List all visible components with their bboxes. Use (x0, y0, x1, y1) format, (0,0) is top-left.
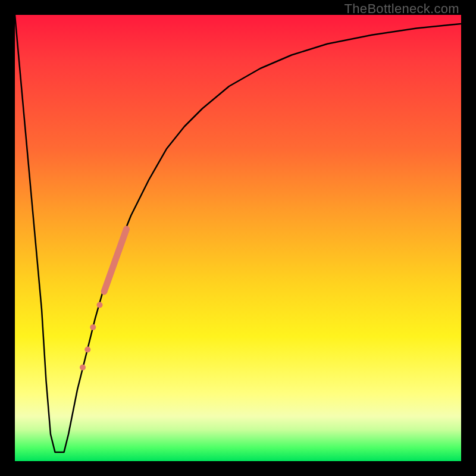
bottleneck-curve (15, 15, 461, 452)
curve-svg (15, 15, 461, 461)
marker-dot-4 (80, 365, 86, 371)
chart-frame: TheBottleneck.com (0, 0, 476, 476)
marker-dot-1 (97, 302, 103, 308)
marker-dot-2 (90, 324, 96, 330)
marker-dot-3 (84, 347, 90, 353)
marker-segment (104, 229, 127, 292)
